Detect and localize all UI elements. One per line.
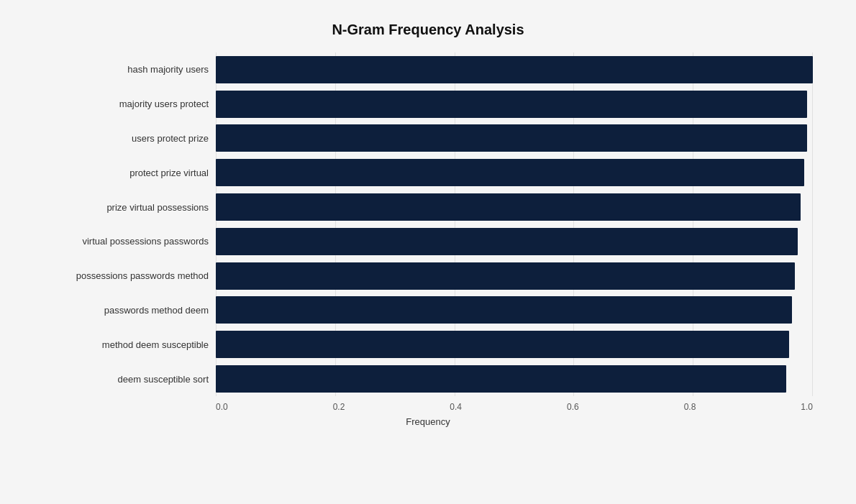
bar-row: possessions passwords method xyxy=(216,259,813,293)
bar-label: deem susceptible sort xyxy=(29,374,209,385)
bar-label: passwords method deem xyxy=(29,305,209,316)
bar xyxy=(216,365,786,393)
bar-row: protect prize virtual xyxy=(216,155,813,190)
bar xyxy=(216,91,807,118)
bar xyxy=(216,331,789,358)
x-tick: 0.8 xyxy=(684,402,696,412)
bar xyxy=(216,193,801,221)
bar-label: possessions passwords method xyxy=(29,270,209,281)
bar-row: deem susceptible sort xyxy=(216,362,813,396)
bar-label: virtual possessions passwords xyxy=(29,236,209,247)
bar-label: method deem susceptible xyxy=(29,339,209,350)
bar-row: virtual possessions passwords xyxy=(216,224,813,259)
x-tick: 0.6 xyxy=(567,402,579,412)
x-tick: 0.4 xyxy=(450,402,462,412)
bar xyxy=(216,124,807,152)
bar xyxy=(216,56,813,83)
bar xyxy=(216,262,795,290)
bar-row: users protect prize xyxy=(216,122,813,156)
x-axis: 0.00.20.40.60.81.0 xyxy=(29,402,827,412)
bar xyxy=(216,159,804,186)
bar-label: protect prize virtual xyxy=(29,168,209,178)
bar-label: prize virtual possessions xyxy=(29,202,209,213)
bar-row: hash majority users xyxy=(216,52,813,87)
bar xyxy=(216,228,798,255)
chart-area: hash majority usersmajority users protec… xyxy=(29,52,827,427)
x-axis-label: Frequency xyxy=(29,416,827,427)
chart-title: N-Gram Frequency Analysis xyxy=(29,14,827,38)
bar-row: majority users protect xyxy=(216,87,813,122)
bar-label: hash majority users xyxy=(29,64,209,75)
bars-section: hash majority usersmajority users protec… xyxy=(29,52,827,396)
x-tick: 0.2 xyxy=(333,402,345,412)
chart-container: N-Gram Frequency Analysis hash majority … xyxy=(0,0,856,504)
x-tick: 0.0 xyxy=(216,402,228,412)
bar-row: passwords method deem xyxy=(216,293,813,328)
bar-label: majority users protect xyxy=(29,98,209,109)
bar-row: prize virtual possessions xyxy=(216,190,813,224)
bar xyxy=(216,296,792,324)
bar-row: method deem susceptible xyxy=(216,327,813,362)
x-tick: 1.0 xyxy=(801,402,813,412)
bar-label: users protect prize xyxy=(29,133,209,144)
